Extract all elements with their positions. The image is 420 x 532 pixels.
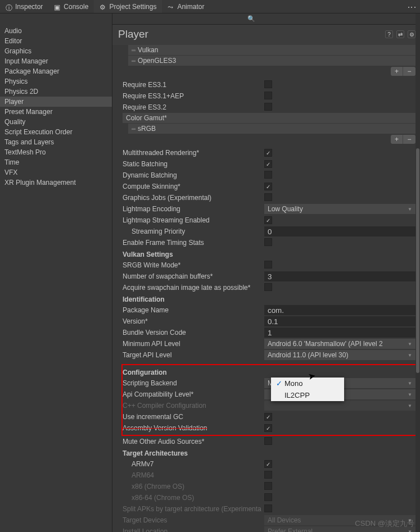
field-label: Api Compatibility Level*	[123, 390, 264, 398]
checkbox[interactable]: ✓	[264, 160, 272, 168]
drag-icon: ═	[132, 58, 134, 64]
sidebar-item-package-manager[interactable]: Package Manager	[0, 66, 112, 76]
color-gamut-item[interactable]: ═sRGB	[128, 124, 416, 134]
field-label: Graphics Jobs (Experimental)	[123, 194, 264, 202]
popup-option-il2cpp[interactable]: IL2CPP	[271, 389, 344, 401]
field-label: Minimum API Level	[123, 340, 264, 348]
sidebar-item-physics-2d[interactable]: Physics 2D	[0, 87, 112, 97]
settings-icon[interactable]: ⚙	[408, 30, 416, 38]
remove-button[interactable]: −	[403, 67, 416, 76]
caret-icon: ▼	[408, 207, 412, 212]
remove-button[interactable]: −	[403, 135, 416, 144]
scrollbar-thumb[interactable]	[416, 148, 419, 373]
scrollbar[interactable]	[416, 13, 420, 532]
field-label: x86-64 (Chrome OS)	[123, 494, 264, 502]
sidebar-item-physics[interactable]: Physics	[0, 76, 112, 87]
field-label: Mute Other Audio Sources*	[123, 438, 264, 445]
highlight-box: Configuration Scripting BackendMono▼ Api…	[121, 364, 417, 436]
popup-option-mono[interactable]: ✓Mono	[271, 378, 344, 389]
sidebar-item-player[interactable]: Player	[0, 97, 112, 107]
checkbox[interactable]: ✓	[264, 424, 272, 432]
checkbox[interactable]: ✓	[264, 460, 272, 468]
tab-project-settings[interactable]: ⚙Project Settings	[94, 0, 162, 13]
field-label: ARM64	[123, 471, 264, 479]
number-input[interactable]	[264, 226, 416, 237]
dropdown: ▼	[264, 401, 416, 411]
tab-animator[interactable]: ⤳Animator	[162, 0, 210, 13]
sidebar-item-textmesh-pro[interactable]: TextMesh Pro	[0, 147, 112, 157]
tab-console[interactable]: ▣Console	[48, 0, 94, 13]
dropdown[interactable]: Android 6.0 'Marshmallow' (API level 2▼	[264, 339, 416, 349]
number-input[interactable]	[264, 271, 416, 281]
field-label: Install Location	[123, 528, 264, 532]
checkbox[interactable]: ✓	[264, 183, 272, 190]
field-label: Lightmap Encoding	[123, 205, 264, 213]
checkbox[interactable]	[264, 261, 272, 269]
section-header: Vulkan Settings	[123, 248, 416, 260]
graphics-api-item[interactable]: ═Vulkan	[128, 45, 416, 55]
field-label: Bundle Version Code	[123, 329, 264, 337]
section-header: Configuration	[123, 366, 416, 378]
checkbox[interactable]	[264, 238, 272, 246]
drag-icon: ═	[132, 47, 134, 53]
search-icon[interactable]: 🔍	[247, 15, 255, 22]
caret-icon: ▼	[408, 403, 412, 408]
add-button[interactable]: +	[391, 67, 403, 76]
checkbox	[264, 482, 272, 490]
settings-scroll[interactable]: ═Vulkan ═OpenGLES3 + − Require ES3.1 Req…	[112, 45, 420, 532]
graphics-api-item[interactable]: ═OpenGLES3	[128, 56, 416, 66]
settings-sidebar: AudioEditorGraphicsInput ManagerPackage …	[0, 13, 112, 532]
field-label: Compute Skinning*	[123, 183, 264, 190]
animator-icon: ⤳	[168, 3, 174, 10]
tab-label: Animator	[177, 3, 204, 11]
sidebar-item-vfx[interactable]: VFX	[0, 167, 112, 178]
dropdown[interactable]: Android 11.0 (API level 30)▼	[264, 350, 416, 360]
tab-label: Inspector	[15, 3, 43, 11]
checkbox[interactable]	[264, 171, 272, 179]
text-input[interactable]	[264, 305, 416, 315]
page-header: Player ? ⇄ ⚙	[112, 25, 420, 45]
sidebar-item-graphics[interactable]: Graphics	[0, 46, 112, 56]
tab-inspector[interactable]: ⓘInspector	[0, 0, 48, 13]
checkbox[interactable]	[264, 92, 272, 99]
add-button[interactable]: +	[391, 135, 403, 144]
sidebar-item-input-manager[interactable]: Input Manager	[0, 56, 112, 66]
sidebar-item-xr-plugin-management[interactable]: XR Plugin Management	[0, 178, 112, 188]
checkbox[interactable]	[264, 283, 272, 291]
watermark: CSDN @淡定九号	[355, 519, 414, 529]
checkbox[interactable]: ✓	[264, 216, 272, 224]
checkbox[interactable]	[264, 437, 272, 445]
tab-bar: ⓘInspector ▣Console ⚙Project Settings ⤳A…	[0, 0, 420, 13]
content-pane: 🔍 Player ? ⇄ ⚙ ═Vulkan ═OpenGLES3 + − Re…	[112, 13, 420, 532]
caret-icon: ▼	[408, 342, 412, 347]
caret-icon: ▼	[408, 381, 412, 386]
kebab-menu-icon[interactable]: ⋮	[405, 0, 418, 15]
sidebar-item-quality[interactable]: Quality	[0, 117, 112, 127]
field-label: Streaming Priority	[123, 228, 264, 235]
number-input[interactable]	[264, 328, 416, 338]
sidebar-item-script-execution-order[interactable]: Script Execution Order	[0, 127, 112, 137]
checkbox	[264, 493, 272, 501]
field-label: Lightmap Streaming Enabled	[123, 216, 264, 224]
checkbox[interactable]	[264, 103, 272, 111]
sidebar-item-editor[interactable]: Editor	[0, 36, 112, 46]
check-icon: ✓	[273, 379, 284, 388]
field-label: Static Batching	[123, 160, 264, 168]
text-input[interactable]	[264, 316, 416, 326]
caret-icon: ▼	[408, 353, 412, 358]
section-header: Identification	[123, 293, 416, 304]
sidebar-item-time[interactable]: Time	[0, 157, 112, 167]
sidebar-item-tags-and-layers[interactable]: Tags and Layers	[0, 137, 112, 147]
sidebar-item-audio[interactable]: Audio	[0, 26, 112, 36]
checkbox[interactable]: ✓	[264, 149, 272, 157]
help-icon[interactable]: ?	[385, 30, 393, 38]
field-label: Target Devices	[123, 516, 264, 524]
checkbox	[264, 471, 272, 479]
presets-icon[interactable]: ⇄	[396, 30, 404, 38]
checkbox[interactable]	[264, 80, 272, 88]
checkbox[interactable]: ✓	[264, 413, 272, 421]
checkbox[interactable]	[264, 193, 272, 201]
checkbox	[264, 504, 272, 512]
sidebar-item-preset-manager[interactable]: Preset Manager	[0, 107, 112, 117]
dropdown[interactable]: Low Quality▼	[264, 204, 416, 214]
